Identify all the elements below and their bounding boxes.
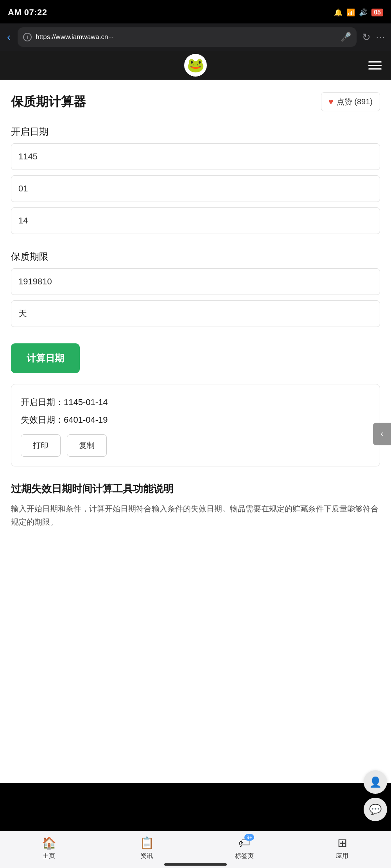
like-button[interactable]: ♥ 点赞 (891) [321, 92, 380, 111]
url-bar[interactable]: i https://www.iamwawa.cn··· 🎤 [18, 27, 356, 47]
nav-label-home: 主页 [43, 852, 55, 860]
result-box: 开启日期：1145-01-14 失效日期：6401-04-19 打印 复制 [11, 384, 380, 466]
wifi-icon: 🔊 [359, 8, 368, 17]
nav-label-news: 资讯 [140, 852, 153, 860]
hamburger-line-1 [368, 61, 382, 63]
main-content: 保质期计算器 ♥ 点赞 (891) 开启日期 保质期限 计算日期 开启日期：11… [0, 80, 391, 783]
calculate-button[interactable]: 计算日期 [11, 343, 80, 373]
chevron-left-icon: ‹ [380, 429, 383, 439]
page-title: 保质期计算器 [11, 93, 86, 111]
more-button[interactable]: ··· [376, 32, 386, 42]
month-input[interactable] [11, 175, 380, 202]
like-label: 点赞 (891) [337, 96, 373, 107]
nav-item-tabs[interactable]: 🏷 9+ 标签页 [196, 836, 293, 860]
floating-actions: 👤 💬 [364, 770, 387, 821]
nav-item-home[interactable]: 🏠 主页 [0, 836, 98, 860]
bottom-nav: 🏠 主页 📋 资讯 🏷 9+ 标签页 ⊞ 应用 [0, 831, 391, 868]
person-icon: 👤 [369, 776, 382, 788]
notification-icon: 🔔 [334, 8, 343, 17]
url-text: https://www.iamwawa.cn··· [36, 33, 336, 41]
reload-button[interactable]: ↻ [362, 31, 371, 43]
home-icon: 🏠 [42, 836, 56, 850]
description-section: 过期失效日期时间计算工具功能说明 输入开始日期和条件，计算开始日期符合输入条件的… [11, 482, 380, 536]
year-input[interactable] [11, 143, 380, 170]
nav-label-tabs: 标签页 [235, 852, 254, 860]
expiry-amount-input[interactable] [11, 268, 380, 295]
desc-title: 过期失效日期时间计算工具功能说明 [11, 482, 380, 496]
browser-bar: ‹ i https://www.iamwawa.cn··· 🎤 ↻ ··· [0, 23, 391, 51]
hamburger-menu-button[interactable] [368, 61, 382, 70]
site-header: 🐸 [0, 51, 391, 80]
day-input[interactable] [11, 207, 380, 234]
home-indicator [164, 863, 227, 866]
desc-text: 输入开始日期和条件，计算开始日期符合输入条件的失效日期。物品需要在规定的贮藏条件… [11, 502, 380, 529]
nav-item-news[interactable]: 📋 资讯 [98, 836, 196, 860]
apps-icon: ⊞ [337, 836, 347, 850]
battery-badge: 05 [371, 9, 383, 16]
result-buttons: 打印 复制 [21, 434, 370, 457]
page-title-row: 保质期计算器 ♥ 点赞 (891) [11, 92, 380, 111]
like-heart-icon: ♥ [328, 97, 334, 107]
person-fab-button[interactable]: 👤 [364, 770, 387, 794]
news-icon: 📋 [140, 836, 154, 850]
hamburger-line-3 [368, 68, 382, 70]
result-start-date: 开启日期：1145-01-14 [21, 395, 370, 409]
floating-side-button[interactable]: ‹ [373, 423, 391, 445]
nav-label-apps: 应用 [336, 852, 348, 860]
microphone-icon[interactable]: 🎤 [341, 32, 351, 42]
site-logo: 🐸 [184, 54, 207, 77]
start-date-section: 开启日期 [11, 125, 380, 239]
expiry-section: 保质期限 [11, 250, 380, 332]
status-time: AM 07:22 [8, 7, 47, 18]
tabs-badge: 9+ [244, 834, 254, 841]
result-expiry-date: 失效日期：6401-04-19 [21, 413, 370, 427]
signal-icon: 📶 [346, 8, 355, 17]
print-button[interactable]: 打印 [21, 434, 61, 457]
chat-icon: 💬 [369, 804, 382, 816]
start-date-label: 开启日期 [11, 125, 380, 138]
logo-emoji: 🐸 [187, 57, 204, 73]
status-bar: AM 07:22 🔔 📶 🔊 05 [0, 0, 391, 23]
hamburger-line-2 [368, 65, 382, 66]
browser-back-button[interactable]: ‹ [5, 29, 12, 45]
expiry-label: 保质期限 [11, 250, 380, 263]
expiry-unit-input[interactable] [11, 300, 380, 327]
copy-button[interactable]: 复制 [67, 434, 107, 457]
nav-item-apps[interactable]: ⊞ 应用 [293, 836, 391, 860]
chat-fab-button[interactable]: 💬 [364, 798, 387, 821]
url-info-icon: i [23, 33, 32, 41]
status-icons: 🔔 📶 🔊 05 [334, 8, 383, 17]
